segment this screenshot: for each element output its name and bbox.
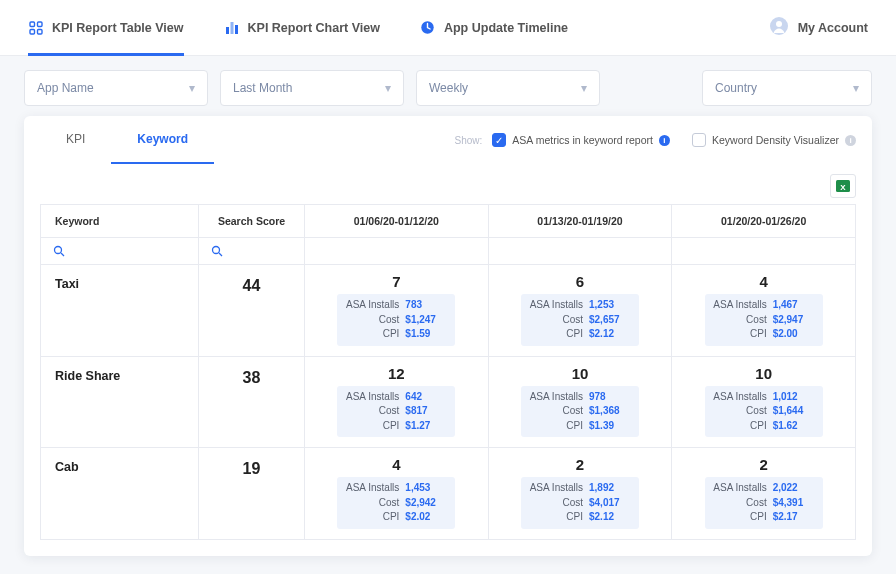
rank-value: 10 bbox=[572, 365, 589, 382]
score-cell: 44 bbox=[199, 265, 305, 357]
metric-cell: 10ASA Installs1,012Cost$1,644CPI$1.62 bbox=[672, 356, 856, 448]
asa-metrics-box: ASA Installs1,467Cost$2,947CPI$2.00 bbox=[705, 294, 823, 346]
rank-value: 12 bbox=[388, 365, 405, 382]
svg-rect-4 bbox=[226, 27, 229, 34]
svg-rect-6 bbox=[235, 25, 238, 34]
tab-label: App Update Timeline bbox=[444, 21, 568, 35]
country-select[interactable]: Country ▾ bbox=[702, 70, 872, 106]
rank-value: 6 bbox=[576, 273, 584, 290]
asa-metrics-box: ASA Installs1,892Cost$4,017CPI$2.12 bbox=[521, 477, 639, 529]
asa-metrics-box: ASA Installs978Cost$1,368CPI$1.39 bbox=[521, 386, 639, 438]
clock-icon bbox=[420, 20, 436, 36]
tab-label: KPI Report Table View bbox=[52, 21, 184, 35]
keyword-cell: Ride Share bbox=[41, 356, 199, 448]
col-period-2: 01/20/20-01/26/20 bbox=[672, 205, 856, 238]
filter-bar: App Name ▾ Last Month ▾ Weekly ▾ Country… bbox=[0, 56, 896, 116]
tab-timeline[interactable]: App Update Timeline bbox=[420, 0, 568, 56]
show-label: Show: bbox=[455, 135, 483, 146]
table-row: Taxi447ASA Installs783Cost$1,247CPI$1.59… bbox=[41, 265, 856, 357]
asa-metrics-box: ASA Installs783Cost$1,247CPI$1.59 bbox=[337, 294, 455, 346]
metric-cell: 2ASA Installs1,892Cost$4,017CPI$2.12 bbox=[488, 448, 672, 540]
asa-metrics-box: ASA Installs1,012Cost$1,644CPI$1.62 bbox=[705, 386, 823, 438]
bars-icon bbox=[224, 20, 240, 36]
svg-point-9 bbox=[776, 21, 782, 27]
asa-metrics-box: ASA Installs1,453Cost$2,942CPI$2.02 bbox=[337, 477, 455, 529]
my-account-link[interactable]: My Account bbox=[770, 17, 868, 38]
metric-cell: 7ASA Installs783Cost$1,247CPI$1.59 bbox=[305, 265, 489, 357]
col-period-1: 01/13/20-01/19/20 bbox=[488, 205, 672, 238]
score-cell: 19 bbox=[199, 448, 305, 540]
sub-tab-kpi[interactable]: KPI bbox=[40, 116, 111, 164]
asa-metrics-checkbox[interactable]: ✓ ASA metrics in keyword report i bbox=[492, 133, 670, 147]
tab-chart-view[interactable]: KPI Report Chart View bbox=[224, 0, 380, 56]
rank-value: 7 bbox=[392, 273, 400, 290]
keyword-cell: Taxi bbox=[41, 265, 199, 357]
keyword-table: Keyword Search Score 01/06/20-01/12/20 0… bbox=[40, 204, 856, 540]
chevron-down-icon: ▾ bbox=[581, 81, 587, 95]
sub-tab-keyword[interactable]: Keyword bbox=[111, 116, 214, 164]
svg-rect-5 bbox=[230, 22, 233, 34]
account-label: My Account bbox=[798, 21, 868, 35]
search-icon bbox=[211, 245, 223, 257]
info-icon[interactable]: i bbox=[659, 135, 670, 146]
rank-value: 2 bbox=[576, 456, 584, 473]
keyword-cell: Cab bbox=[41, 448, 199, 540]
metric-cell: 12ASA Installs642Cost$817CPI$1.27 bbox=[305, 356, 489, 448]
svg-text:X: X bbox=[840, 183, 846, 192]
report-panel: KPI Keyword Show: ✓ ASA metrics in keywo… bbox=[24, 116, 872, 556]
search-icon bbox=[53, 245, 65, 257]
metric-cell: 4ASA Installs1,453Cost$2,942CPI$2.02 bbox=[305, 448, 489, 540]
chevron-down-icon: ▾ bbox=[853, 81, 859, 95]
svg-line-13 bbox=[61, 253, 64, 256]
svg-point-14 bbox=[213, 247, 220, 254]
rank-value: 4 bbox=[759, 273, 767, 290]
col-keyword[interactable]: Keyword bbox=[41, 205, 199, 238]
svg-line-15 bbox=[219, 253, 222, 256]
score-cell: 38 bbox=[199, 356, 305, 448]
grid-icon bbox=[28, 20, 44, 36]
metric-cell: 10ASA Installs978Cost$1,368CPI$1.39 bbox=[488, 356, 672, 448]
svg-rect-1 bbox=[38, 22, 43, 27]
chevron-down-icon: ▾ bbox=[189, 81, 195, 95]
tab-label: KPI Report Chart View bbox=[248, 21, 380, 35]
rank-value: 4 bbox=[392, 456, 400, 473]
keyword-search-input[interactable] bbox=[41, 238, 198, 264]
checkbox-unchecked-icon bbox=[692, 133, 706, 147]
asa-metrics-box: ASA Installs642Cost$817CPI$1.27 bbox=[337, 386, 455, 438]
col-period-0: 01/06/20-01/12/20 bbox=[305, 205, 489, 238]
tab-table-view[interactable]: KPI Report Table View bbox=[28, 0, 184, 56]
asa-metrics-box: ASA Installs1,253Cost$2,657CPI$2.12 bbox=[521, 294, 639, 346]
table-row: Ride Share3812ASA Installs642Cost$817CPI… bbox=[41, 356, 856, 448]
score-search-input[interactable] bbox=[199, 238, 304, 264]
checkbox-checked-icon: ✓ bbox=[492, 133, 506, 147]
excel-icon: X bbox=[835, 178, 851, 194]
svg-rect-0 bbox=[30, 22, 35, 27]
info-icon[interactable]: i bbox=[845, 135, 856, 146]
metric-cell: 6ASA Installs1,253Cost$2,657CPI$2.12 bbox=[488, 265, 672, 357]
col-score[interactable]: Search Score bbox=[199, 205, 305, 238]
metric-cell: 2ASA Installs2,022Cost$4,391CPI$2.17 bbox=[672, 448, 856, 540]
density-visualizer-checkbox[interactable]: Keyword Density Visualizer i bbox=[692, 133, 856, 147]
rank-value: 2 bbox=[759, 456, 767, 473]
svg-point-12 bbox=[55, 247, 62, 254]
rank-value: 10 bbox=[755, 365, 772, 382]
asa-metrics-box: ASA Installs2,022Cost$4,391CPI$2.17 bbox=[705, 477, 823, 529]
svg-rect-3 bbox=[38, 29, 43, 34]
user-icon bbox=[770, 17, 788, 38]
metric-cell: 4ASA Installs1,467Cost$2,947CPI$2.00 bbox=[672, 265, 856, 357]
chevron-down-icon: ▾ bbox=[385, 81, 391, 95]
export-excel-button[interactable]: X bbox=[830, 174, 856, 198]
app-name-select[interactable]: App Name ▾ bbox=[24, 70, 208, 106]
svg-rect-2 bbox=[30, 29, 35, 34]
date-range-select[interactable]: Last Month ▾ bbox=[220, 70, 404, 106]
interval-select[interactable]: Weekly ▾ bbox=[416, 70, 600, 106]
table-row: Cab194ASA Installs1,453Cost$2,942CPI$2.0… bbox=[41, 448, 856, 540]
top-nav: KPI Report Table View KPI Report Chart V… bbox=[28, 0, 770, 56]
